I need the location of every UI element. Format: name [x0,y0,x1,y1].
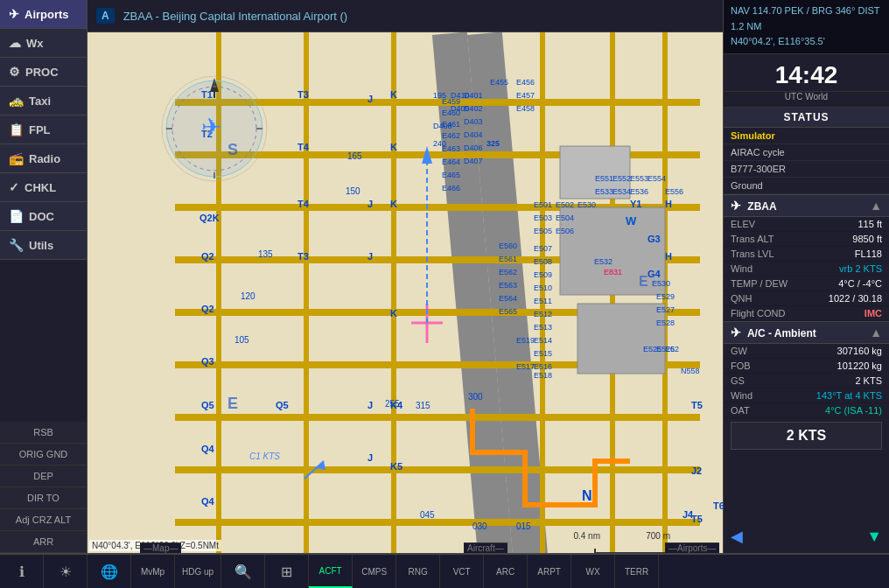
svg-text:E530: E530 [578,200,596,209]
taxi-icon: 🚕 [9,94,24,108]
svg-text:K5: K5 [390,461,402,472]
scroll-down-icon[interactable]: ▼ [866,528,882,546]
svg-text:E518: E518 [534,371,552,380]
fpl-icon: 📋 [9,122,24,136]
chkl-icon: ✓ [9,180,19,194]
search-button[interactable]: 🔍 [221,555,265,588]
svg-text:015: 015 [516,522,531,531]
arpt-button[interactable]: ARPT [528,555,571,588]
svg-text:Q5: Q5 [201,400,214,410]
svg-rect-19 [578,304,665,374]
terr-label: TERR [625,567,648,577]
svg-text:E504: E504 [556,214,574,222]
sidebar-item-taxi[interactable]: 🚕 Taxi [0,87,87,116]
svg-text:E512: E512 [534,310,552,318]
acft-button[interactable]: ACFT [309,555,353,588]
svg-text:E552: E552 [612,174,631,183]
svg-text:T5: T5 [691,514,703,524]
svg-text:✈: ✈ [201,114,221,141]
svg-text:E528: E528 [656,318,675,327]
mvmp-button[interactable]: MvMp [131,555,175,588]
sidebar-item-wx[interactable]: ☁ Wx [0,29,87,58]
svg-text:165: 165 [347,151,362,161]
brightness-icon: ☀ [60,564,72,580]
airplane-icon: ✈ [731,199,741,213]
svg-text:255: 255 [385,399,400,409]
map-section-label: —Map— [140,542,181,553]
collapse-icon[interactable]: ▲ [870,199,882,213]
scroll-left-icon[interactable]: ◀ [731,527,743,546]
rng-button[interactable]: RNG [396,555,440,588]
svg-text:D403: D403 [464,117,483,126]
sidebar-item-utils[interactable]: 🔧 Utils [0,231,87,260]
svg-text:E529: E529 [656,292,675,301]
svg-text:J2: J2 [691,466,702,476]
svg-text:Q3: Q3 [201,356,214,367]
svg-text:E459: E459 [442,97,460,106]
svg-text:G3: G3 [648,234,661,244]
svg-text:N: N [582,488,592,503]
timezone-label: UTC World [724,92,889,108]
svg-text:E534: E534 [612,187,631,196]
svg-text:Y1: Y1 [630,199,641,209]
svg-text:E564: E564 [499,294,517,303]
info-button[interactable]: ℹ [0,555,44,588]
svg-text:E533: E533 [595,187,613,196]
svg-text:E52: E52 [665,345,679,354]
dir-to-button[interactable]: DIR TO [0,487,87,509]
svg-text:E462: E462 [442,131,460,140]
vct-button[interactable]: VCT [440,555,484,588]
bottom-bar: ℹ ☀ 🌐 MvMp HDG up 🔍 ⊞ ACFT CMPS RNG VCT … [0,553,889,588]
wx-icon: ☁ [9,36,21,50]
ambient-wind-row: Wind 143°T at 4 KTS [724,388,889,403]
svg-text:D406: D406 [464,144,483,152]
svg-text:J: J [368,452,373,463]
sidebar-item-chkl[interactable]: ✓ CHKL [0,173,87,202]
svg-text:E532: E532 [594,257,612,266]
sidebar-item-airports[interactable]: ✈ Airports [0,0,87,29]
svg-text:T3: T3 [298,251,309,262]
svg-text:T6: T6 [713,500,723,511]
aircraft-section-label: Aircraft— [464,542,508,553]
cmps-button[interactable]: CMPS [353,555,396,588]
ambient-collapse-icon[interactable]: ▲ [870,326,882,340]
arr-button[interactable]: ARR [0,531,87,553]
sidebar-item-proc[interactable]: ⚙ PROC [0,58,87,87]
cmps-label: CMPS [361,567,387,577]
wx-button[interactable]: WX [571,555,615,588]
arpt-label: ARPT [537,567,561,577]
svg-text:E515: E515 [534,349,552,358]
svg-text:300: 300 [468,392,483,402]
svg-text:E553: E553 [630,174,648,183]
nav-info-bar: NAV 114.70 PEK / BRG 346° DIST 1.2 NM N4… [724,0,889,54]
sidebar-item-radio[interactable]: 📻 Radio [0,144,87,173]
vct-label: VCT [453,567,471,577]
svg-text:J: J [368,94,373,104]
orig-gnd-button[interactable]: ORIG GND [0,444,87,466]
airport-section-header: ✈ ZBAA ▲ [724,194,889,217]
svg-text:K: K [390,199,397,209]
airports-section-label: —Airports— [665,542,719,553]
hdg-label: HDG up [182,567,214,577]
map-area[interactable]: T1 T2 T3 T4 T4 T3 Q2 Q2 Q3 Q5 Q4 Q4 Q5 D… [88,32,723,553]
hdg-button[interactable]: HDG up [175,555,221,588]
svg-text:E831: E831 [604,268,622,276]
sidebar-item-fpl[interactable]: 📋 FPL [0,116,87,144]
sidebar-item-doc[interactable]: 📄 DOC [0,202,87,231]
rsb-button[interactable]: RSB [0,422,87,444]
qnh-row: QNH 1022 / 30.18 [724,291,889,306]
globe-button[interactable]: 🌐 [88,555,131,588]
svg-text:E502: E502 [556,200,574,209]
elev-row: ELEV 115 ft [724,217,889,232]
svg-text:T4: T4 [298,199,310,209]
adj-crz-alt-button[interactable]: Adj CRZ ALT [0,509,87,531]
terr-button[interactable]: TERR [615,555,659,588]
brightness-button[interactable]: ☀ [44,555,88,588]
layers-icon: ⊞ [281,564,292,580]
svg-text:E458: E458 [516,104,535,113]
map-scale-label: 0.4 nm [573,531,600,541]
dep-button[interactable]: DEP [0,466,87,487]
map-svg: T1 T2 T3 T4 T4 T3 Q2 Q2 Q3 Q5 Q4 Q4 Q5 D… [88,32,723,553]
arc-button[interactable]: ARC [484,555,528,588]
layers-button[interactable]: ⊞ [265,555,309,588]
